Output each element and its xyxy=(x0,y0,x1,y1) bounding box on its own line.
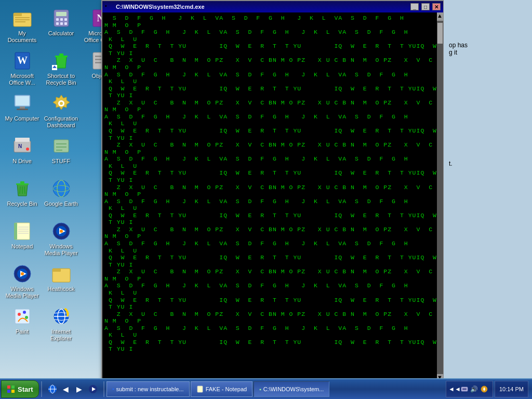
icon-stuff[interactable]: STUFF xyxy=(42,133,81,175)
taskbar-btn-notepad[interactable]: FAKE - Notepad xyxy=(191,381,253,397)
cmd-content-area[interactable]: S D F G H J K L VA S D F G H J K L VA S … xyxy=(102,12,437,378)
svg-rect-42 xyxy=(55,56,68,57)
svg-rect-4 xyxy=(15,21,25,22)
svg-rect-70 xyxy=(7,385,10,389)
quick-launch: ◀ ▶ xyxy=(44,383,101,395)
icon-config-dashboard[interactable]: Configuration Dashboard xyxy=(42,90,81,132)
svg-line-19 xyxy=(24,187,25,194)
right-panel: op has g it t. xyxy=(444,0,532,378)
icon-windows-media-player[interactable]: Windows Media Player xyxy=(3,261,42,302)
icon-recycle-bin[interactable]: Recycle Bin xyxy=(3,176,42,217)
svg-rect-1 xyxy=(14,13,22,16)
svg-text:W: W xyxy=(17,55,28,66)
tray-icon-1[interactable] xyxy=(460,385,469,393)
desktop: My Documents W Microsoft Office W... xyxy=(0,0,532,378)
cmd-scrollbar[interactable]: ▲ ▼ xyxy=(437,12,443,378)
icon-notepad[interactable]: Notepad xyxy=(3,218,42,260)
svg-rect-8 xyxy=(16,96,29,105)
icon-google-earth[interactable]: Google Earth xyxy=(42,176,81,217)
svg-rect-35 xyxy=(56,12,66,16)
close-button[interactable]: ✕ xyxy=(432,3,441,10)
svg-rect-12 xyxy=(15,138,30,142)
svg-rect-41 xyxy=(64,22,67,25)
svg-rect-9 xyxy=(20,107,25,109)
taskbar-back-icon[interactable]: ◀ xyxy=(60,383,72,395)
taskbar-separator xyxy=(41,381,42,397)
taskbar-separator2 xyxy=(103,381,104,397)
svg-rect-39 xyxy=(56,22,59,25)
svg-point-29 xyxy=(21,272,24,275)
svg-rect-15 xyxy=(16,183,29,185)
icon-internet-explorer[interactable]: Internet Explorer xyxy=(42,303,81,345)
icon-my-computer[interactable]: My Computer xyxy=(3,90,42,132)
taskbar-media-icon[interactable] xyxy=(87,383,99,395)
svg-point-80 xyxy=(113,389,114,390)
svg-rect-21 xyxy=(14,223,17,240)
svg-rect-3 xyxy=(15,19,30,20)
svg-rect-16 xyxy=(20,181,24,183)
svg-rect-2 xyxy=(15,17,30,18)
taskbar-btn-submit[interactable]: submit : new instructable... xyxy=(107,381,190,397)
cmd-window: ▪ C:\WINDOWS\system32\cmd.exe _ □ ✕ S D … xyxy=(101,0,444,378)
tray-icon-2[interactable]: 🔊 xyxy=(470,385,478,393)
icon-my-documents[interactable]: My Documents xyxy=(3,5,42,47)
cmd-title: C:\WINDOWS\system32\cmd.exe xyxy=(116,4,408,10)
svg-rect-43 xyxy=(59,54,63,56)
tray-expand-icon[interactable]: ◄◄ xyxy=(450,385,459,393)
svg-rect-71 xyxy=(11,385,15,389)
icon-windows-media-player2[interactable]: Windows Media Player xyxy=(42,218,81,260)
svg-point-33 xyxy=(25,316,28,319)
desktop-icon-area: My Documents W Microsoft Office W... xyxy=(0,0,88,378)
svg-point-13 xyxy=(26,148,29,151)
svg-rect-83 xyxy=(462,388,467,390)
minimize-button[interactable]: _ xyxy=(410,3,419,10)
svg-text:N: N xyxy=(18,143,22,149)
taskbar: Start ◀ ▶ submit : new instructable... xyxy=(0,378,532,399)
system-tray: ◄◄ 🔊 xyxy=(446,381,493,397)
right-panel-line3: t. xyxy=(449,160,527,167)
svg-rect-37 xyxy=(60,18,63,21)
svg-rect-73 xyxy=(11,390,15,393)
taskbar-right: ◄◄ 🔊 10:14 PM xyxy=(443,381,531,397)
svg-point-52 xyxy=(53,180,70,197)
svg-point-58 xyxy=(60,230,63,233)
icon-calculator[interactable]: Calculator xyxy=(42,5,81,47)
right-panel-line1: op has xyxy=(449,42,527,49)
tray-icon-3[interactable] xyxy=(480,385,488,393)
svg-point-47 xyxy=(60,102,63,105)
svg-rect-36 xyxy=(56,18,59,21)
icon-paint[interactable]: Paint xyxy=(3,303,42,345)
icon-microsoft-office-w[interactable]: W Microsoft Office W... xyxy=(3,48,42,89)
taskbar-ie-icon[interactable] xyxy=(47,383,58,395)
icon-heathcock[interactable]: Heathcock xyxy=(42,261,81,302)
taskbar-forward-icon[interactable]: ▶ xyxy=(74,383,85,395)
svg-line-17 xyxy=(20,187,20,194)
svg-rect-40 xyxy=(60,22,63,25)
taskbar-btn-cmd[interactable]: ▪ C:\WINDOWS\system... xyxy=(254,381,329,397)
right-panel-line2: g it xyxy=(449,49,527,56)
svg-rect-72 xyxy=(7,390,10,393)
maximize-button[interactable]: □ xyxy=(421,3,430,10)
system-clock[interactable]: 10:14 PM xyxy=(495,381,528,397)
icon-n-drive[interactable]: N N Drive xyxy=(3,133,42,175)
icon-shortcut-recycle[interactable]: Shortcut to Recycle Bin xyxy=(42,48,81,89)
cmd-icon: ▪ xyxy=(105,3,113,11)
svg-point-31 xyxy=(18,313,21,316)
svg-rect-10 xyxy=(17,109,28,110)
svg-rect-60 xyxy=(52,269,61,272)
svg-rect-69 xyxy=(95,62,101,63)
svg-rect-38 xyxy=(64,18,67,21)
cmd-titlebar: ▪ C:\WINDOWS\system32\cmd.exe _ □ ✕ xyxy=(102,1,443,12)
svg-point-32 xyxy=(23,311,26,314)
svg-rect-81 xyxy=(197,386,203,392)
start-button[interactable]: Start xyxy=(1,380,39,398)
